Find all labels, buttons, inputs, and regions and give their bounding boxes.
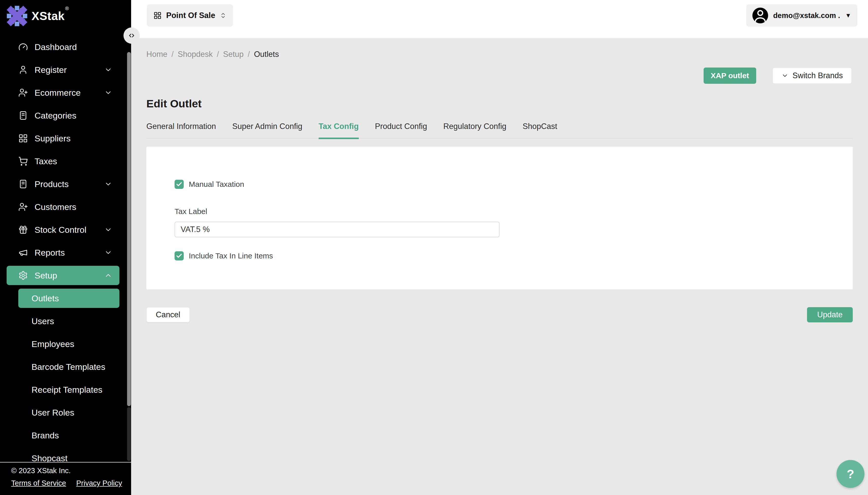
sidebar-item-label: Brands [32, 430, 59, 440]
sidebar-item-label: Users [32, 316, 54, 326]
sidebar-item-label: Outlets [32, 293, 59, 303]
include-tax-checkbox[interactable] [175, 251, 184, 260]
sidebar-item-categories[interactable]: Categories [0, 104, 131, 127]
sidebar-item-setup[interactable]: Setup [0, 264, 131, 287]
server-icon [18, 179, 28, 189]
sidebar-item-customers[interactable]: Customers [0, 195, 131, 218]
sidebar-item-label: Setup [35, 271, 57, 280]
sidebar-item-brands[interactable]: Brands [0, 424, 131, 447]
cancel-button[interactable]: Cancel [146, 307, 190, 322]
sidebar-item-label: Register [35, 65, 67, 75]
tab-general-information[interactable]: General Information [146, 122, 216, 138]
sidebar-nav: Dashboard Register Ecommerce Categories … [0, 36, 131, 470]
sidebar-item-users[interactable]: Users [0, 310, 131, 332]
user-email: demo@xstak.com . [773, 12, 840, 20]
privacy-policy-link[interactable]: Privacy Policy [76, 479, 122, 488]
tax-config-panel: Manual Taxation Tax Label Include Tax In… [146, 147, 853, 289]
sidebar-scrollbar-track-end[interactable] [127, 407, 131, 461]
sidebar-item-register[interactable]: Register [0, 58, 131, 81]
sidebar-item-label: Shopcast [32, 454, 68, 463]
sidebar-item-label: Customers [35, 202, 76, 212]
sidebar-item-label: Employees [32, 339, 74, 349]
switch-brands-label: Switch Brands [792, 71, 843, 80]
sidebar-scrollbar-thumb[interactable] [127, 52, 131, 406]
grid-icon [18, 134, 28, 143]
sidebar-item-receipt-templates[interactable]: Receipt Templates [0, 378, 131, 401]
manual-taxation-checkbox[interactable] [175, 180, 184, 189]
switch-brands-button[interactable]: Switch Brands [772, 68, 852, 84]
cart-icon [18, 156, 28, 166]
breadcrumb-setup[interactable]: Setup [223, 50, 244, 59]
sidebar-item-label: Suppliers [35, 134, 71, 143]
sidebar-item-label: User Roles [32, 408, 74, 417]
brand-logo[interactable]: XStak® [6, 5, 68, 27]
tab-tax-config[interactable]: Tax Config [318, 122, 359, 139]
breadcrumb-separator: / [217, 50, 219, 59]
sidebar-item-user-roles[interactable]: User Roles [0, 401, 131, 424]
breadcrumb-outlets: Outlets [254, 50, 279, 59]
workspace-label: Point Of Sale [166, 11, 215, 20]
update-button[interactable]: Update [807, 307, 853, 322]
chevron-down-icon [781, 72, 788, 79]
sidebar-item-suppliers[interactable]: Suppliers [0, 127, 131, 150]
sidebar-item-employees[interactable]: Employees [0, 332, 131, 355]
tab-product-config[interactable]: Product Config [375, 122, 427, 138]
sidebar-collapse-toggle[interactable] [124, 28, 140, 44]
sidebar-item-reports[interactable]: Reports [0, 241, 131, 264]
sidebar-item-label: Barcode Templates [32, 362, 105, 372]
tax-label-input[interactable] [175, 222, 499, 237]
tab-regulatory-config[interactable]: Regulatory Config [443, 122, 506, 138]
breadcrumb-separator: / [248, 50, 250, 59]
gauge-icon [18, 42, 28, 52]
brand-name: XStak [32, 10, 65, 22]
sidebar-item-taxes[interactable]: Taxes [0, 150, 131, 173]
chevron-down-icon [104, 89, 112, 97]
user-plus-icon [18, 88, 28, 98]
help-button[interactable]: ? [836, 460, 865, 488]
manual-taxation-row: Manual Taxation [175, 180, 244, 189]
chevron-down-icon [104, 226, 112, 234]
sidebar-item-label: Products [35, 179, 69, 189]
outlet-status-badge: XAP outlet [704, 68, 756, 84]
tax-label-field-label: Tax Label [175, 207, 207, 216]
terms-of-service-link[interactable]: Terms of Service [11, 479, 66, 488]
chevron-up-icon [104, 271, 112, 279]
registered-mark: ® [65, 5, 69, 11]
caret-down-icon: ▼ [845, 12, 851, 19]
user-menu[interactable]: demo@xstak.com . ▼ [746, 4, 857, 27]
sidebar-item-label: Reports [35, 248, 65, 258]
server-icon [18, 111, 28, 120]
chevron-down-icon [104, 66, 112, 74]
sidebar-item-barcode-templates[interactable]: Barcode Templates [0, 355, 131, 378]
check-icon [176, 181, 182, 188]
tab-bar: General Information Super Admin Config T… [146, 122, 853, 139]
sidebar-item-dashboard[interactable]: Dashboard [0, 36, 131, 58]
gear-icon [18, 271, 28, 280]
workspace-selector[interactable]: Point Of Sale [147, 4, 233, 27]
tab-super-admin-config[interactable]: Super Admin Config [232, 122, 302, 138]
gift-icon [18, 225, 28, 235]
tab-shopcast[interactable]: ShopCast [523, 122, 557, 138]
sidebar-item-label: Ecommerce [35, 88, 81, 98]
include-tax-row: Include Tax In Line Items [175, 251, 273, 260]
breadcrumb-home[interactable]: Home [146, 50, 167, 59]
check-icon [176, 253, 182, 259]
copyright-text: © 2023 XStak Inc. [11, 466, 131, 475]
breadcrumb-separator: / [171, 50, 174, 59]
sidebar-item-label: Stock Control [35, 225, 86, 235]
sidebar-item-ecommerce[interactable]: Ecommerce [0, 81, 131, 104]
include-tax-label: Include Tax In Line Items [189, 252, 273, 260]
megaphone-icon [18, 248, 28, 257]
sidebar-item-stock-control[interactable]: Stock Control [0, 218, 131, 241]
app-root: XStak® Dashboard Register Ecommerce Cate… [0, 0, 868, 495]
user-icon [18, 65, 28, 75]
collapse-expand-icon [127, 31, 136, 40]
sidebar-item-outlets[interactable]: Outlets [0, 287, 131, 310]
topbar: Point Of Sale demo@xstak.com . ▼ [131, 0, 868, 38]
sidebar-item-label: Receipt Templates [32, 385, 102, 395]
sidebar-item-products[interactable]: Products [0, 173, 131, 195]
xstak-logo-icon [6, 5, 28, 27]
breadcrumb-shopdesk[interactable]: Shopdesk [178, 50, 213, 59]
chevrons-up-down-icon [220, 12, 226, 19]
sidebar-item-label: Categories [35, 111, 76, 121]
